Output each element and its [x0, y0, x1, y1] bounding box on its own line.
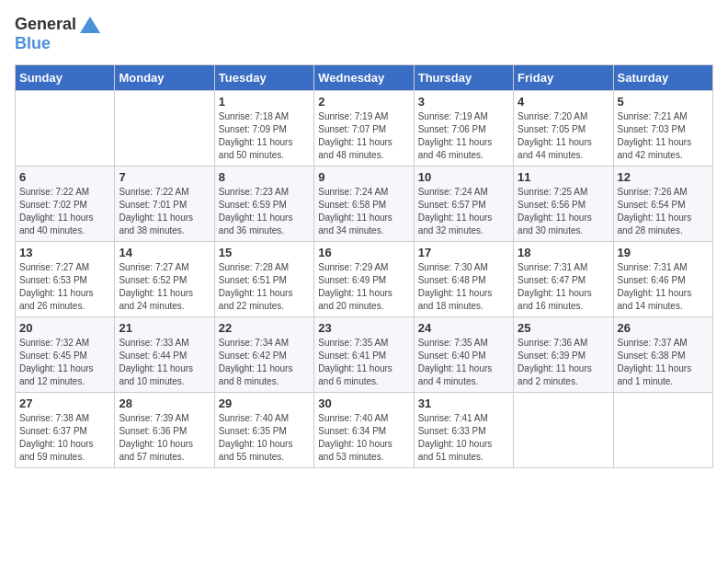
calendar-cell: 9Sunrise: 7:24 AMSunset: 6:58 PMDaylight… [314, 167, 414, 242]
day-number: 24 [418, 321, 509, 335]
calendar-header-row: SundayMondayTuesdayWednesdayThursdayFrid… [16, 65, 713, 91]
cell-info: Sunrise: 7:32 AMSunset: 6:45 PMDaylight:… [19, 337, 110, 388]
cell-info: Sunrise: 7:28 AMSunset: 6:51 PMDaylight:… [219, 261, 310, 313]
day-number: 12 [618, 170, 709, 184]
calendar-cell: 21Sunrise: 7:33 AMSunset: 6:44 PMDayligh… [115, 317, 214, 393]
cell-info: Sunrise: 7:22 AMSunset: 7:01 PMDaylight:… [119, 186, 210, 237]
cell-info: Sunrise: 7:26 AMSunset: 6:54 PMDaylight:… [618, 186, 709, 237]
cell-info: Sunrise: 7:40 AMSunset: 6:34 PMDaylight:… [318, 412, 409, 464]
cell-info: Sunrise: 7:20 AMSunset: 7:05 PMDaylight:… [518, 110, 609, 162]
calendar-cell: 5Sunrise: 7:21 AMSunset: 7:03 PMDaylight… [613, 91, 712, 167]
cell-info: Sunrise: 7:33 AMSunset: 6:44 PMDaylight:… [119, 337, 210, 388]
day-number: 5 [618, 95, 709, 109]
calendar-table: SundayMondayTuesdayWednesdayThursdayFrid… [15, 64, 713, 468]
calendar-cell: 29Sunrise: 7:40 AMSunset: 6:35 PMDayligh… [214, 393, 313, 468]
day-number: 2 [318, 95, 409, 109]
calendar-cell: 13Sunrise: 7:27 AMSunset: 6:53 PMDayligh… [16, 242, 115, 317]
cell-info: Sunrise: 7:34 AMSunset: 6:42 PMDaylight:… [219, 337, 310, 388]
day-number: 13 [19, 246, 110, 259]
calendar-cell: 1Sunrise: 7:18 AMSunset: 7:09 PMDaylight… [214, 91, 313, 167]
cell-info: Sunrise: 7:24 AMSunset: 6:57 PMDaylight:… [418, 186, 509, 237]
logo-icon [80, 17, 100, 33]
weekday-header: Saturday [613, 65, 712, 91]
calendar-cell: 6Sunrise: 7:22 AMSunset: 7:02 PMDaylight… [16, 167, 115, 242]
cell-info: Sunrise: 7:25 AMSunset: 6:56 PMDaylight:… [518, 186, 609, 237]
cell-info: Sunrise: 7:22 AMSunset: 7:02 PMDaylight:… [19, 186, 110, 237]
cell-info: Sunrise: 7:21 AMSunset: 7:03 PMDaylight:… [618, 110, 709, 162]
day-number: 22 [219, 321, 310, 335]
calendar-cell [613, 393, 712, 468]
calendar-cell: 22Sunrise: 7:34 AMSunset: 6:42 PMDayligh… [214, 317, 313, 393]
logo: General Blue [15, 15, 100, 53]
calendar-week-row: 6Sunrise: 7:22 AMSunset: 7:02 PMDaylight… [16, 167, 713, 242]
calendar-cell: 25Sunrise: 7:36 AMSunset: 6:39 PMDayligh… [514, 317, 613, 393]
calendar-cell: 7Sunrise: 7:22 AMSunset: 7:01 PMDaylight… [115, 167, 214, 242]
weekday-header: Friday [514, 65, 613, 91]
cell-info: Sunrise: 7:35 AMSunset: 6:40 PMDaylight:… [418, 337, 509, 388]
weekday-header: Wednesday [314, 65, 414, 91]
calendar-cell: 31Sunrise: 7:41 AMSunset: 6:33 PMDayligh… [414, 393, 513, 468]
calendar-week-row: 20Sunrise: 7:32 AMSunset: 6:45 PMDayligh… [16, 317, 713, 393]
calendar-cell: 19Sunrise: 7:31 AMSunset: 6:46 PMDayligh… [613, 242, 712, 317]
weekday-header: Monday [115, 65, 214, 91]
calendar-cell: 30Sunrise: 7:40 AMSunset: 6:34 PMDayligh… [314, 393, 414, 468]
cell-info: Sunrise: 7:29 AMSunset: 6:49 PMDaylight:… [318, 261, 409, 313]
calendar-cell: 17Sunrise: 7:30 AMSunset: 6:48 PMDayligh… [414, 242, 513, 317]
day-number: 6 [19, 170, 110, 184]
calendar-cell: 16Sunrise: 7:29 AMSunset: 6:49 PMDayligh… [314, 242, 414, 317]
cell-info: Sunrise: 7:37 AMSunset: 6:38 PMDaylight:… [618, 337, 709, 388]
day-number: 18 [518, 246, 609, 259]
day-number: 30 [318, 396, 409, 410]
cell-info: Sunrise: 7:27 AMSunset: 6:52 PMDaylight:… [119, 261, 210, 313]
calendar-cell: 10Sunrise: 7:24 AMSunset: 6:57 PMDayligh… [414, 167, 513, 242]
day-number: 26 [618, 321, 709, 335]
day-number: 25 [518, 321, 609, 335]
day-number: 23 [318, 321, 409, 335]
calendar-week-row: 13Sunrise: 7:27 AMSunset: 6:53 PMDayligh… [16, 242, 713, 317]
day-number: 29 [219, 396, 310, 410]
day-number: 17 [418, 246, 509, 259]
cell-info: Sunrise: 7:38 AMSunset: 6:37 PMDaylight:… [19, 412, 110, 464]
day-number: 20 [19, 321, 110, 335]
calendar-cell: 23Sunrise: 7:35 AMSunset: 6:41 PMDayligh… [314, 317, 414, 393]
cell-info: Sunrise: 7:31 AMSunset: 6:46 PMDaylight:… [618, 261, 709, 313]
cell-info: Sunrise: 7:35 AMSunset: 6:41 PMDaylight:… [318, 337, 409, 388]
day-number: 21 [119, 321, 210, 335]
day-number: 15 [219, 246, 310, 259]
day-number: 3 [418, 95, 509, 109]
day-number: 19 [618, 246, 709, 259]
day-number: 4 [518, 95, 609, 109]
calendar-cell: 26Sunrise: 7:37 AMSunset: 6:38 PMDayligh… [613, 317, 712, 393]
day-number: 8 [219, 170, 310, 184]
weekday-header: Tuesday [214, 65, 313, 91]
cell-info: Sunrise: 7:39 AMSunset: 6:36 PMDaylight:… [119, 412, 210, 464]
cell-info: Sunrise: 7:19 AMSunset: 7:06 PMDaylight:… [418, 110, 509, 162]
calendar-cell: 18Sunrise: 7:31 AMSunset: 6:47 PMDayligh… [514, 242, 613, 317]
weekday-header: Thursday [414, 65, 513, 91]
calendar-cell: 20Sunrise: 7:32 AMSunset: 6:45 PMDayligh… [16, 317, 115, 393]
weekday-header: Sunday [16, 65, 115, 91]
cell-info: Sunrise: 7:31 AMSunset: 6:47 PMDaylight:… [518, 261, 609, 313]
svg-marker-0 [80, 17, 100, 33]
cell-info: Sunrise: 7:27 AMSunset: 6:53 PMDaylight:… [19, 261, 110, 313]
page-header: General Blue [15, 15, 713, 53]
day-number: 27 [19, 396, 110, 410]
calendar-cell: 12Sunrise: 7:26 AMSunset: 6:54 PMDayligh… [613, 167, 712, 242]
day-number: 1 [219, 95, 310, 109]
cell-info: Sunrise: 7:19 AMSunset: 7:07 PMDaylight:… [318, 110, 409, 162]
day-number: 14 [119, 246, 210, 259]
day-number: 9 [318, 170, 409, 184]
calendar-week-row: 1Sunrise: 7:18 AMSunset: 7:09 PMDaylight… [16, 91, 713, 167]
day-number: 11 [518, 170, 609, 184]
calendar-cell: 4Sunrise: 7:20 AMSunset: 7:05 PMDaylight… [514, 91, 613, 167]
calendar-cell: 15Sunrise: 7:28 AMSunset: 6:51 PMDayligh… [214, 242, 313, 317]
logo-general-text: General [15, 15, 76, 34]
calendar-cell [115, 91, 214, 167]
day-number: 16 [318, 246, 409, 259]
cell-info: Sunrise: 7:41 AMSunset: 6:33 PMDaylight:… [418, 412, 509, 464]
calendar-cell: 3Sunrise: 7:19 AMSunset: 7:06 PMDaylight… [414, 91, 513, 167]
calendar-cell: 27Sunrise: 7:38 AMSunset: 6:37 PMDayligh… [16, 393, 115, 468]
cell-info: Sunrise: 7:30 AMSunset: 6:48 PMDaylight:… [418, 261, 509, 313]
calendar-cell [16, 91, 115, 167]
day-number: 28 [119, 396, 210, 410]
